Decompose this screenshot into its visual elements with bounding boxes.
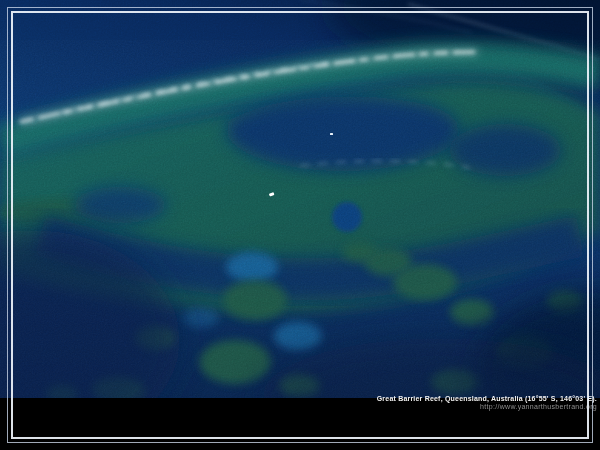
reef-sparkle [0,40,600,398]
reef-photo [0,0,600,398]
caption: Great Barrier Reef, Queensland, Australi… [377,395,597,411]
boat-icon [330,133,333,135]
wallpaper: Great Barrier Reef, Queensland, Australi… [0,0,600,450]
caption-location: Great Barrier Reef, Queensland, Australi… [377,395,597,403]
caption-url: http://www.yannarthusbertrand.org [377,403,597,411]
